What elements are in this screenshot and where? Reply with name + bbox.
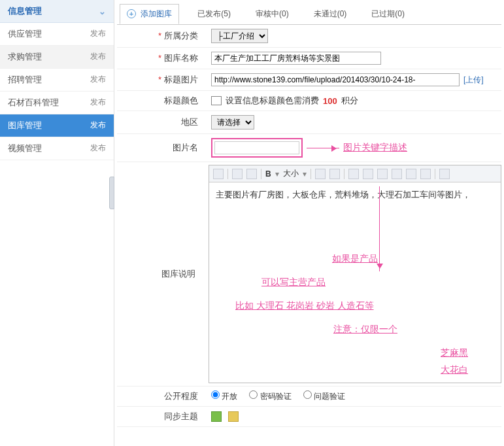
sidebar-item-recruit[interactable]: 招聘管理 发布	[0, 69, 114, 92]
toolbar-bold-icon[interactable]: B	[265, 169, 271, 179]
category-label: 所属分类	[164, 31, 198, 41]
sidebar-item-gallery[interactable]: 图库管理 发布	[0, 114, 114, 137]
imgname-label: 图片名	[173, 143, 198, 152]
sidebar-title: 信息管理	[8, 5, 42, 17]
toolbar-hr-icon[interactable]	[392, 169, 402, 179]
tab-add-gallery[interactable]: + 添加图库	[120, 4, 179, 24]
titlecolor-label: 标题颜色	[164, 95, 198, 105]
titleimg-label: 标题图片	[164, 75, 198, 84]
toolbar-special-icon[interactable]	[420, 169, 431, 179]
rich-editor: B ▾ 大小 ▾ 主	[209, 165, 501, 383]
sidebar-item-encyclopedia[interactable]: 石材百科管理 发布	[0, 92, 114, 114]
toolbar-image-icon[interactable]	[348, 169, 359, 179]
sidebar-item-supply[interactable]: 供应管理 发布	[0, 23, 114, 46]
toolbar-paste-word-icon[interactable]	[246, 169, 257, 179]
sync-theme-icon[interactable]	[211, 411, 222, 422]
category-select[interactable]: ├工厂介绍	[211, 29, 268, 43]
toolbar-source-icon[interactable]	[213, 169, 224, 179]
radio-open[interactable]: 开放	[211, 390, 237, 402]
annotation-note: 注意：仅限一个	[333, 324, 494, 335]
sidebar-header[interactable]: 信息管理 ⌄	[0, 0, 114, 23]
tab-reviewing[interactable]: 审核中(0)	[249, 5, 295, 24]
sync-theme-add-icon[interactable]	[228, 411, 239, 422]
annotation-product2: 大花白	[216, 364, 468, 376]
points-value: 100	[323, 96, 337, 106]
main-content: + 添加图库 已发布(5) 审核中(0) 未通过(0) 已过期(0) *所属分类…	[114, 0, 504, 446]
upload-link[interactable]: [上传]	[463, 75, 484, 86]
toolbar-link-icon[interactable]	[315, 169, 326, 179]
sync-label: 同步主题	[164, 411, 198, 421]
toolbar-unlink-icon[interactable]	[329, 169, 340, 179]
annotation-arrow-down	[379, 186, 380, 271]
editor-body[interactable]: 主要图片有厂房图，大板仓库，荒料堆场，大理石加工车间等图片， 如果是产品 可以写…	[209, 182, 501, 383]
toolbar-fontsize[interactable]: 大小	[283, 168, 299, 179]
collapse-handle[interactable]	[109, 177, 114, 209]
tab-published[interactable]: 已发布(5)	[191, 5, 237, 24]
title-image-input[interactable]	[211, 73, 460, 86]
open-label: 公开程度	[164, 391, 198, 401]
radio-question[interactable]: 问题验证	[303, 390, 345, 402]
annotation-product1: 芝麻黑	[216, 347, 468, 359]
toolbar-flash-icon[interactable]	[363, 169, 373, 179]
toolbar-table-icon[interactable]	[377, 169, 388, 179]
editor-content: 主要图片有厂房图，大板仓库，荒料堆场，大理石加工车间等图片，	[216, 189, 494, 201]
radio-password[interactable]: 密码验证	[249, 390, 291, 402]
sidebar-item-video[interactable]: 视频管理 发布	[0, 137, 114, 160]
color-picker[interactable]	[211, 96, 222, 105]
region-select[interactable]: 请选择	[211, 115, 254, 129]
chevron-down-icon: ⌄	[99, 7, 106, 16]
toolbar-maximize-icon[interactable]	[439, 169, 450, 179]
gallery-name-input[interactable]	[211, 52, 381, 65]
tab-expired[interactable]: 已过期(0)	[365, 5, 411, 24]
sidebar-item-purchase[interactable]: 求购管理 发布	[0, 46, 114, 69]
annotation-if-product: 如果是产品	[216, 253, 494, 265]
annotation-main-product: 可以写主营产品	[261, 277, 494, 288]
sidebar: 信息管理 ⌄ 供应管理 发布 求购管理 发布 招聘管理 发布 石材百科管理 发布…	[0, 0, 114, 446]
toolbar-smiley-icon[interactable]	[406, 169, 416, 179]
region-label: 地区	[181, 117, 198, 127]
image-name-input[interactable]	[214, 141, 299, 154]
plus-icon: +	[127, 9, 136, 18]
desc-label: 图库说明	[161, 268, 195, 280]
annotation-arrow-right: 图片关键字描述	[307, 142, 407, 154]
annotation-highlight-box	[211, 138, 303, 158]
editor-toolbar: B ▾ 大小 ▾	[209, 165, 501, 182]
tabs: + 添加图库 已发布(5) 审核中(0) 未通过(0) 已过期(0)	[117, 0, 501, 25]
annotation-examples: 比如 大理石 花岗岩 砂岩 人造石等	[235, 300, 494, 312]
tab-rejected[interactable]: 未通过(0)	[307, 5, 354, 24]
toolbar-paste-icon[interactable]	[232, 169, 243, 179]
name-label: 图库名称	[164, 53, 198, 63]
